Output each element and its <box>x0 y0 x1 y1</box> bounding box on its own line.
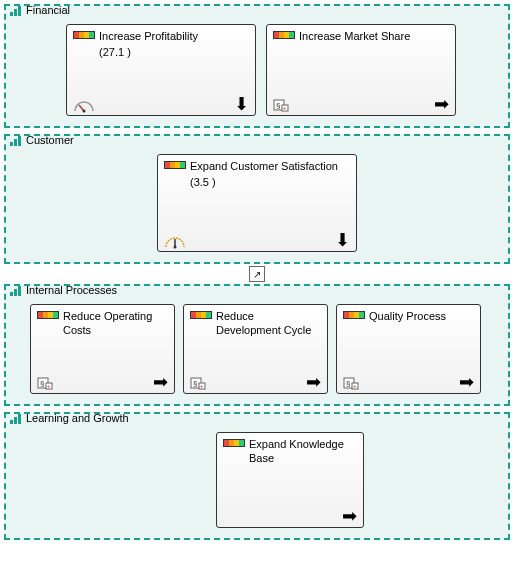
arrow-right-icon: ➡ <box>434 95 449 113</box>
arrow-right-icon: ➡ <box>342 507 357 525</box>
arrow-down-icon: ⬇ <box>234 95 249 113</box>
svg-rect-10 <box>14 139 17 146</box>
svg-rect-9 <box>10 142 13 146</box>
svg-text:+: + <box>353 383 357 389</box>
card-title: Increase Market Share <box>299 29 410 44</box>
card-row: Expand Knowledge Base ➡ <box>16 432 498 528</box>
perspective-icon <box>10 412 24 424</box>
action-icon: §+ <box>343 375 361 391</box>
svg-rect-30 <box>14 417 17 424</box>
gauge-icon <box>164 233 186 249</box>
perspective-title: Learning and Growth <box>10 412 129 424</box>
card-row: Increase Profitability (27.1 ) ⬇ Increas… <box>16 24 498 116</box>
svg-rect-14 <box>10 292 13 296</box>
card-title: Increase Profitability <box>99 29 198 44</box>
status-indicator-icon <box>190 311 212 319</box>
perspective-icon <box>10 284 24 296</box>
status-indicator-icon <box>164 161 186 169</box>
svg-text:+: + <box>283 105 287 111</box>
status-indicator-icon <box>343 311 365 319</box>
svg-rect-1 <box>14 9 17 16</box>
svg-rect-2 <box>18 6 21 16</box>
svg-rect-11 <box>18 136 21 146</box>
perspective-learning-growth: Learning and Growth Expand Knowledge Bas… <box>4 412 510 540</box>
status-indicator-icon <box>273 31 295 39</box>
arrow-right-icon: ➡ <box>153 373 168 391</box>
perspective-icon <box>10 134 24 146</box>
action-icon: §+ <box>273 97 291 113</box>
svg-text:§: § <box>276 101 280 110</box>
action-icon: §+ <box>37 375 55 391</box>
svg-text:+: + <box>47 383 51 389</box>
card-quality-process[interactable]: Quality Process §+ ➡ <box>336 304 481 394</box>
card-expand-knowledge-base[interactable]: Expand Knowledge Base ➡ <box>216 432 364 528</box>
perspective-title: Financial <box>10 4 70 16</box>
card-reduce-operating-costs[interactable]: Reduce Operating Costs §+ ➡ <box>30 304 175 394</box>
card-increase-profitability[interactable]: Increase Profitability (27.1 ) ⬇ <box>66 24 256 116</box>
connector-icon[interactable]: ↗ <box>249 266 265 282</box>
perspective-label: Internal Processes <box>26 284 117 296</box>
svg-text:+: + <box>200 383 204 389</box>
perspective-internal-processes: Internal Processes Reduce Operating Cost… <box>4 284 510 406</box>
svg-rect-0 <box>10 12 13 16</box>
perspective-icon <box>10 4 24 16</box>
action-icon: §+ <box>190 375 208 391</box>
card-value: (27.1 ) <box>73 46 249 58</box>
perspective-label: Learning and Growth <box>26 412 129 424</box>
perspective-customer: Customer Expand Customer Satisfaction (3… <box>4 134 510 264</box>
spacer <box>223 509 245 525</box>
card-title: Quality Process <box>369 309 446 324</box>
svg-text:§: § <box>193 379 197 388</box>
connector-glyph: ↗ <box>253 269 261 280</box>
connector: ↗ <box>4 266 510 282</box>
perspective-label: Customer <box>26 134 74 146</box>
card-increase-market-share[interactable]: Increase Market Share §+ ➡ <box>266 24 456 116</box>
svg-rect-29 <box>10 420 13 424</box>
status-indicator-icon <box>73 31 95 39</box>
svg-rect-31 <box>18 414 21 424</box>
card-value: (3.5 ) <box>164 176 350 188</box>
perspective-financial: Financial Increase Profitability (27.1 )… <box>4 4 510 128</box>
arrow-right-icon: ➡ <box>306 373 321 391</box>
card-title: Expand Knowledge Base <box>249 437 357 466</box>
card-title: Reduce Operating Costs <box>63 309 168 338</box>
svg-text:§: § <box>346 379 350 388</box>
perspective-label: Financial <box>26 4 70 16</box>
svg-rect-15 <box>14 289 17 296</box>
card-title: Reduce Development Cycle <box>216 309 321 338</box>
card-expand-customer-satisfaction[interactable]: Expand Customer Satisfaction (3.5 ) ⬇ <box>157 154 357 252</box>
card-reduce-development-cycle[interactable]: Reduce Development Cycle §+ ➡ <box>183 304 328 394</box>
perspective-title: Internal Processes <box>10 284 117 296</box>
card-row: Reduce Operating Costs §+ ➡ Reduce Devel… <box>16 304 498 394</box>
svg-rect-16 <box>18 286 21 296</box>
perspective-title: Customer <box>10 134 74 146</box>
arrow-down-icon: ⬇ <box>335 231 350 249</box>
status-indicator-icon <box>223 439 245 447</box>
status-indicator-icon <box>37 311 59 319</box>
arrow-right-icon: ➡ <box>459 373 474 391</box>
svg-text:§: § <box>40 379 44 388</box>
svg-point-4 <box>83 110 86 113</box>
gauge-icon <box>73 97 95 113</box>
card-title: Expand Customer Satisfaction <box>190 159 338 174</box>
card-row: Expand Customer Satisfaction (3.5 ) ⬇ <box>16 154 498 252</box>
svg-point-13 <box>174 246 177 249</box>
